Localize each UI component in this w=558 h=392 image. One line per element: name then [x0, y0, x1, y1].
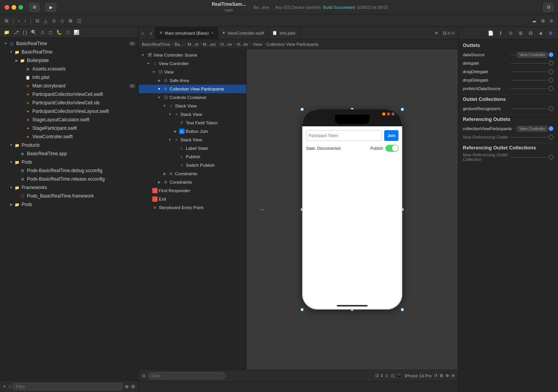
maximize-button[interactable] — [18, 5, 23, 10]
right-icon-size[interactable]: ⊟ — [526, 29, 535, 37]
filter-btn[interactable]: ⊙ — [50, 17, 57, 24]
canvas-filter-input[interactable] — [148, 372, 225, 379]
filter-settings-icon[interactable]: ⚙ — [131, 384, 135, 389]
tree-item-infoplist[interactable]: 📋 Info.plist — [0, 73, 138, 82]
breadcrumb-collection-view[interactable]: Collection View Participants — [266, 42, 319, 47]
scene-item-vc-scene[interactable]: ▼ 🎬 View Controller Scene — [139, 51, 246, 59]
minimize-button[interactable] — [12, 5, 16, 10]
symbols-icon[interactable]: { } — [22, 29, 28, 36]
tree-item-participantlayout-swift[interactable]: ✦ ParticipantCollectionViewLayout.swift — [0, 107, 138, 116]
scene-item-collection-view[interactable]: ▼ ⊞ Collection View Participants — [139, 85, 246, 93]
outlet-circle-delegate[interactable] — [549, 61, 553, 65]
outlet-circle-datasource[interactable] — [549, 52, 553, 57]
right-sidebar-toggle[interactable]: ⊟ — [543, 3, 553, 12]
tree-item-participantcollection-xib[interactable]: ✕ ParticipantCollectionViewCell.xib — [0, 99, 138, 107]
toggle-switch[interactable] — [385, 145, 398, 152]
scene-item-switch-publish[interactable]: ⊙ Switch Publish — [139, 161, 246, 169]
scene-item-vc[interactable]: ▼ □ View Controller — [139, 59, 246, 68]
right-icon-file[interactable]: 📄 — [486, 29, 495, 37]
tab-infoplist[interactable]: 📋 Info.plist — [268, 27, 299, 39]
join-button[interactable]: Join — [384, 130, 398, 141]
tree-item-assets[interactable]: ⊕ Assets.xcassets — [0, 65, 138, 73]
inspector-toggle-btn[interactable]: ⊙ — [451, 30, 455, 36]
scene-item-stackview3[interactable]: ▼ ≡ Stack View — [139, 136, 246, 144]
tree-item-pods-debug[interactable]: ⚙ Pods-BasicRealTime.debug.xcconfig — [0, 166, 138, 175]
breadcrumb-mrd[interactable]: M...rd — [188, 42, 198, 47]
tree-item-mainstoryboard[interactable]: ✕ Main.storyboard M — [0, 82, 138, 90]
tree-item-pods-collapsed[interactable]: ▶ 📁 Pods — [0, 200, 138, 209]
handle-bot-right[interactable] — [401, 308, 404, 311]
breadcrumb-view[interactable]: View — [253, 42, 262, 47]
right-icon-connections[interactable]: ⊛ — [546, 29, 555, 37]
tree-item-boilerplate[interactable]: ▶ 📁 Boilerplate — [0, 56, 138, 65]
right-icon-info[interactable]: ℹ — [496, 29, 505, 37]
debug-icon[interactable]: 🐛 — [55, 29, 63, 36]
scene-item-safearea[interactable]: ▶ ⊡ Safe Area — [139, 76, 246, 85]
tree-item-basicrealtime-group[interactable]: ▼ 📁 BasicRealTime — [0, 48, 138, 56]
canvas-icon-1[interactable]: ⊡ — [375, 373, 379, 378]
token-input[interactable] — [306, 130, 382, 141]
scene-item-controls-container[interactable]: ▼ ⬛ Controls Container — [139, 93, 246, 102]
canvas-icon-3[interactable]: ⊙ — [385, 373, 388, 378]
scene-item-constraints2[interactable]: ▶ ⊟ Constraints — [139, 178, 246, 186]
scene-item-textfield[interactable]: F Text Field Token — [139, 119, 246, 127]
filter-options-icon[interactable]: ⊕ — [125, 384, 129, 389]
scene-item-stackview1[interactable]: ▼ ≡ Stack View — [139, 102, 246, 110]
scene-item-first-responder[interactable]: ! First Responder — [139, 186, 246, 195]
canvas-zoom-in[interactable]: ⊕ — [445, 373, 449, 378]
outlet-circle-new-ref-col[interactable] — [549, 155, 553, 159]
breadcrumb-basicrealtime[interactable]: BasicRealTime — [142, 42, 170, 47]
editor-grid-btn[interactable]: ⊞ — [3, 17, 10, 24]
handle-top-right[interactable] — [401, 108, 404, 111]
tree-item-viewcontroller-swift[interactable]: ✦ ViewController.swift — [0, 132, 138, 141]
run-button[interactable]: ▶ — [45, 3, 56, 12]
breakpoints-icon[interactable]: ⬡ — [65, 29, 71, 36]
sidebar-filter-input[interactable] — [13, 383, 123, 390]
right-icon-history[interactable]: ⊙ — [506, 29, 515, 37]
history-btn[interactable]: ◫ — [76, 17, 83, 24]
tree-item-stagelayout-swift[interactable]: ✦ StageLayoutCalculator.swift — [0, 116, 138, 124]
scene-item-label-publish[interactable]: L Publish — [139, 152, 246, 161]
tree-item-participantcollection-swift[interactable]: ✦ ParticipantCollectionViewCell.swift — [0, 90, 138, 99]
reports-icon[interactable]: 📊 — [73, 29, 80, 36]
breadcrumb-vine[interactable]: Vi...ne — [220, 42, 232, 47]
tree-item-pods-release[interactable]: ⚙ Pods-BasicRealTime.release.xcconfig — [0, 175, 138, 183]
search-sidebar-icon[interactable]: 🔍 — [30, 29, 37, 36]
tab-add-btn[interactable]: + — [432, 27, 441, 39]
tests-icon[interactable]: ◻ — [48, 29, 53, 36]
breadcrumb-viler[interactable]: Vi...ler — [237, 42, 249, 47]
canvas-zoom-out[interactable]: ⊖ — [451, 373, 455, 378]
issues-sidebar-icon[interactable]: ⚠ — [40, 29, 45, 36]
outlet-circle-cv[interactable] — [549, 126, 553, 131]
issues-btn[interactable]: △ — [42, 17, 49, 24]
tree-item-app[interactable]: ⊕ BasicRealTime.app — [0, 149, 138, 158]
scene-item-stackview2[interactable]: ▼ ≡ Stack View — [139, 110, 246, 119]
add-file-icon[interactable]: + — [3, 384, 6, 389]
scene-item-exit[interactable]: → Exit — [139, 195, 246, 203]
folder-icon[interactable]: 📁 — [3, 29, 10, 36]
add-btn[interactable]: ☁ — [530, 17, 538, 24]
canvas-icon-6[interactable]: ↺ — [434, 373, 437, 378]
canvas-icon-7[interactable]: ⊞ — [440, 373, 443, 378]
inspector-btn[interactable]: ⊛ — [548, 17, 555, 24]
canvas-icon-4[interactable]: ◫ — [391, 373, 395, 378]
tab-storyboard-close[interactable]: ✕ — [211, 31, 214, 35]
editor-options-btn[interactable]: ≡ — [447, 30, 450, 36]
handle-top-left[interactable] — [301, 108, 304, 111]
sidebar-toggle-button[interactable]: ⊞ — [29, 3, 39, 12]
tree-item-products[interactable]: ▼ 📁 Products — [0, 141, 138, 149]
tree-item-frameworks[interactable]: ▼ 📁 Frameworks — [0, 183, 138, 192]
tree-item-stageparticipant-swift[interactable]: ✦ StageParticipant.swift — [0, 124, 138, 132]
close-button[interactable] — [5, 5, 9, 10]
outlet-circle-gesture[interactable] — [549, 106, 553, 111]
outlet-circle-dropdelegate[interactable] — [549, 78, 553, 82]
structure-btn[interactable]: ⊟ — [34, 17, 41, 24]
tree-item-basicrealtime-project[interactable]: ▼ ◫ BasicRealTime M — [0, 39, 138, 48]
tab-back-btn[interactable]: ‹ — [139, 27, 147, 39]
back-btn[interactable]: ‹ — [17, 17, 21, 24]
source-control-icon[interactable]: ⎇ — [13, 29, 20, 36]
breadcrumb-mse[interactable]: M...se) — [203, 42, 216, 47]
tree-item-framework[interactable]: ⬡ Pods_BasicRealTime.framework — [0, 192, 138, 200]
right-icon-attrs[interactable]: ⊞ — [516, 29, 525, 37]
breadcrumb-ba[interactable]: Ba... — [175, 42, 183, 47]
